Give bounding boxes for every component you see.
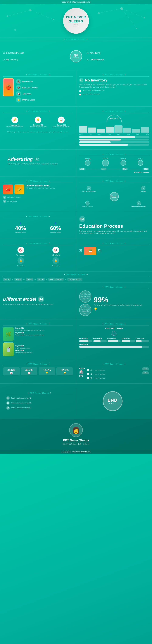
hbars [79, 136, 149, 146]
phone-panel: 🍎 🚫 No Inventory 🎓 Education Process 📢 A… [3, 78, 73, 104]
item-different-model: ⭐ Different Model [16, 97, 73, 102]
arrow-1: → [11, 278, 13, 281]
tc2-circle [102, 160, 109, 166]
kw-2: 💡 Keyword 02 Insert your desired text he… [28, 115, 48, 129]
item-03: 03 — Item 03 text here [87, 376, 140, 379]
items-list: 01 — Item 01 text here 02 — Item 02 text… [87, 367, 140, 380]
kw2-icon: 💡 [35, 116, 41, 123]
diff-model-right-99: ✦ PPT Never Sleeps ✦ 01This is sample te… [76, 282, 152, 319]
stat-2: 42.7% 📈 [21, 367, 37, 376]
drink-text: Keyword 03 This is sample text here. Key… [15, 345, 33, 354]
end-left-list: ✦ PPT Never Sleeps ✦ 01 This is sample t… [3, 388, 76, 414]
inv-adv-icons: 🚫 No inventory 🔒 Sample text 📢 Advertisi… [3, 247, 73, 267]
adv-desc: This is sample text. Insert your desired… [7, 163, 58, 165]
adv-block-2: 📢 Advertising 🔒 Sample text [52, 247, 60, 267]
bar-5 [114, 126, 123, 132]
bigdata-label: ✦ PPT Never Sleeps ✦ [79, 110, 149, 113]
different-model-icon: ⭐ [16, 97, 21, 102]
tc3-circle [121, 160, 126, 166]
slide-left-advertising: Advertising 02 This is sample text. Inse… [0, 150, 76, 176]
arrow-5: → [65, 278, 67, 281]
slide-label-1r: ✦ PPT Never Sleeps ✦ [79, 73, 149, 76]
svg-point-5 [7, 16, 8, 17]
year-2012: 2012 [122, 168, 128, 170]
toc-section: ✦ PPT Never Sleeps ✦ 03 Education Proces… [0, 38, 152, 70]
slide-right-balance: ✦ PPT Never Sleeps ✦ ADVERTISING ⚖️ Keyw… [76, 319, 152, 359]
svg-point-6 [29, 9, 31, 11]
hbar-3 [79, 141, 149, 143]
slide-diff-model-big: Different Model 04 This is sample text. … [0, 282, 152, 319]
dm-title: Different Model [3, 296, 36, 302]
slide-left-keywords: ✦ PPT Never Sleeps ✦ 🔑 Keyword 01 Insert… [0, 106, 76, 150]
slide-left-diff-bm: ✦ PPT Never Sleeps ✦ 🍅 🌽 Different busin… [0, 176, 76, 212]
slide-stats-health: ✦ PPT Never Sleeps ✦ 38.6% 📊 42.7% 📈 18.… [0, 359, 152, 384]
svg-point-8 [98, 12, 100, 14]
svg-point-12 [14, 29, 16, 31]
steps-section: ✦ PPT Never Sleeps ✦ Step 01 → Step 02 →… [0, 271, 152, 282]
balance-icon: ⚖️ [79, 330, 149, 336]
circle-01: 01This is sample text. Insert your desir… [79, 290, 91, 303]
adv-title: Advertising [7, 156, 33, 162]
ep-big-num: 03 [79, 216, 149, 222]
end-list-label: ✦ PPT Never Sleeps ✦ [6, 392, 73, 395]
end-right: END APPLY [76, 388, 149, 414]
slide-advertising-section: Advertising 02 This is sample text. Inse… [0, 150, 152, 176]
pct-70-block: 70% TEXT [79, 249, 83, 252]
ep-big-title: Education Process [79, 223, 149, 229]
toc-item-1: 03 Education Process [3, 52, 65, 54]
toc-item-4: 04 Different Model [87, 58, 149, 61]
inv-adv-label: ✦ PPT Never Sleeps ✦ [3, 242, 73, 245]
year-line2 [108, 169, 120, 169]
year-line3 [129, 169, 142, 169]
toc-right: 02 Advertising 04 Different Model [84, 42, 152, 70]
bullet-dot-2 [79, 94, 81, 96]
bar-3 [97, 129, 105, 132]
arrow-2: → [23, 278, 25, 281]
pct1-num: 40% [15, 225, 26, 232]
bullet-dot-1 [79, 90, 81, 92]
tc-2: TEXT 02 [102, 158, 109, 166]
slide-left-phone: ✦ PPT Never Sleeps ✦ 🍎 🚫 No Inventory 🎓 … [0, 70, 76, 106]
toc-center: 目录 CONTENT [68, 42, 84, 70]
tc1-circle [85, 160, 90, 166]
copyright-top: Copyright © http://www.pptstore.net [62, 1, 90, 3]
slide-left-pct: ✦ PPT Never Sleeps ✦ 👤 40% Sample text h… [0, 212, 76, 238]
pct-2-block: 👤 60% Sample text here [50, 222, 61, 233]
year-badges: 2016 2014 2012 2010 [79, 168, 149, 170]
end-section: ✦ PPT Never Sleeps ✦ 01 This is sample t… [0, 384, 152, 419]
stat-1: 38.6% 📊 [3, 367, 20, 376]
slide-no-inventory: ✦ PPT Never Sleeps ✦ 🍎 🚫 No Inventory 🎓 … [0, 70, 152, 106]
no-inventory-title-row: 01 No Inventory [79, 78, 149, 82]
dbm-text: Different business model This is sample … [26, 184, 73, 194]
tc-3: TEXT 03 [121, 158, 126, 166]
bullet-2: Insert your desired text here [79, 93, 149, 96]
kw-3: 📊 Keyword 03 Insert your desired text he… [52, 115, 71, 129]
bar-labels: 2015201420132012 2016201520142013 [79, 133, 149, 135]
svg-line-1 [30, 10, 53, 19]
text-circles-row: TEXT 01 TEXT 02 TEXT 03 TEXT 04 [79, 158, 149, 166]
steps-flow: Step 01 → Step 02 → Step 03 → Step 04 → … [3, 278, 149, 281]
step-1: Step 01 [3, 278, 11, 281]
no-inventory-desc: This is sample text. Insert your desired… [79, 84, 149, 88]
svg-point-10 [144, 17, 145, 18]
kw-label: ✦ PPT Never Sleeps ✦ [3, 110, 73, 113]
slide-right-text-circles: ✦ PPT Never Sleeps ✦ TEXT 01 TEXT 02 TEX… [76, 150, 152, 176]
pct-img-row: 70% TEXT 🥗 97% TEXT [79, 247, 149, 255]
dbm-num-2: 02 [3, 200, 6, 203]
hero-subtitle: 大牛生 [74, 24, 78, 26]
toc-left: 03 Education Process 01 No Inventory [0, 42, 68, 70]
circle-02: 02This is sample text. Insert your desir… [79, 304, 91, 316]
tc4-circle [138, 160, 143, 166]
toc-item-2: 01 No Inventory [3, 58, 65, 61]
slide-inventory-adv: ✦ PPT Never Sleeps ✦ 🚫 No inventory 🔒 Sa… [0, 238, 152, 282]
advertising-big: Advertising 02 This is sample text. Inse… [3, 153, 73, 171]
step-ep: Education process [67, 278, 82, 281]
no-inv-icon: 🚫 [17, 247, 24, 253]
footer-title: PPT Never Sleeps [3, 438, 149, 442]
svg-point-7 [53, 18, 54, 20]
dm-desc: This is sample text. Insert your desired… [3, 304, 73, 306]
health-qtc-block: Health 🏥 QTC 01 — Item 01 text here [79, 367, 149, 380]
top-bar: Copyright © http://www.pptstore.net [0, 0, 152, 4]
no-inventory-bullets: This is sample text here for this item I… [79, 90, 149, 96]
steps-label: ✦ PPT Never Sleeps ✦ [3, 273, 149, 276]
